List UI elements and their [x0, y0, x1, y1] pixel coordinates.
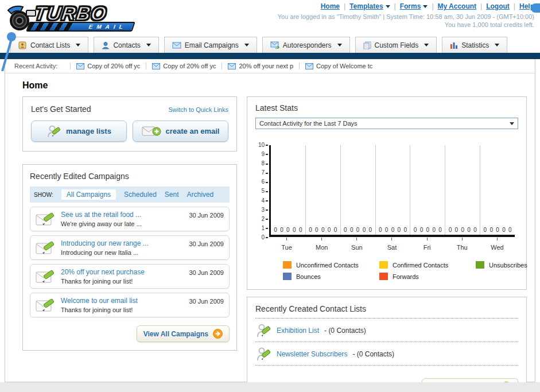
stats-dropdown[interactable]: Contact Activity for the Last 7 Days [255, 118, 518, 129]
tab-contacts[interactable]: Contacts [94, 37, 158, 53]
tab-custom-fields[interactable]: Custom Fields [355, 37, 437, 53]
recent-contact-lists-panel: Recently Created Contact Lists Exhibitio… [247, 297, 527, 392]
legend-item: Unsubscribes [476, 261, 527, 269]
nav-link-forms[interactable]: Forms [400, 2, 428, 10]
recent-activity-item[interactable]: Copy of 20% off yc [70, 63, 146, 69]
filter-all-campaigns[interactable]: All Campaigns [61, 189, 116, 200]
nav-link-home[interactable]: Home [321, 2, 340, 10]
envelope-pencil-icon [36, 240, 55, 255]
campaign-link[interactable]: Welcome to our email list [61, 297, 189, 305]
filter-sent[interactable]: Sent [165, 191, 179, 199]
tab-statistics[interactable]: Statistics [442, 37, 507, 53]
campaign-date: 30 Jun 2009 [189, 240, 224, 247]
legend-item: Bounces [283, 273, 379, 280]
tab-autoresponders[interactable]: Autoresponders [262, 37, 350, 53]
recent-activity-item[interactable]: Copy of Welcome tc [299, 63, 378, 69]
y-axis-label: 1 [255, 225, 269, 231]
campaign-row[interactable]: Introducing our new range ... Introducin… [30, 235, 230, 260]
bar-value-label: 0 [356, 227, 360, 233]
bar-value-label: 0 [473, 227, 477, 233]
envelope-icon [76, 63, 84, 69]
filter-archived[interactable]: Archived [187, 191, 214, 199]
campaign-date: 30 Jun 2009 [189, 269, 224, 276]
person-pencil-icon [257, 323, 271, 338]
x-axis-day-label: Sat [374, 238, 409, 252]
chart-day-group: 00000 [375, 145, 410, 235]
manage-lists-button[interactable]: manage lists [31, 121, 127, 142]
pin-decoration [0, 31, 23, 71]
chart-day-group: 00000 [480, 145, 515, 235]
create-email-button[interactable]: create an email [133, 121, 228, 142]
nav-separator: | [480, 2, 482, 10]
axis-tick [497, 238, 498, 240]
envelope-icon [228, 63, 236, 69]
y-axis-label: 7 [255, 169, 269, 176]
nav-link-logout[interactable]: Logout [486, 2, 510, 10]
nav-link-help[interactable]: Help [519, 2, 534, 10]
contact-list-link[interactable]: Exhibition List [277, 327, 319, 335]
legend-label: Forwards [393, 273, 419, 280]
bar-value-label: 0 [449, 227, 452, 233]
bar-value-label: 0 [438, 227, 442, 233]
campaign-row[interactable]: 20% off your next purchase Thanks for jo… [30, 264, 230, 289]
chart-day-group: 00000 [410, 145, 445, 235]
campaign-row[interactable]: See us at the retail food ... We're givi… [30, 207, 230, 231]
envelope-pencil-icon [36, 269, 55, 284]
recent-activity-item[interactable]: Copy of 20% off yc [146, 63, 222, 69]
bar-value-label: 0 [293, 227, 296, 233]
chevron-down-icon [495, 44, 499, 46]
nav-link-my-account[interactable]: My Account [438, 2, 477, 10]
y-axis-label: 0 [255, 234, 269, 240]
bar-value-label: 0 [321, 227, 325, 233]
chart-groups: 00000000000000000000000000000000000 [269, 145, 515, 237]
recent-activity-item[interactable]: 20% off your next p [222, 63, 299, 69]
person-pencil-icon [46, 125, 61, 138]
legend-item: Unconfirmed Contacts [283, 261, 379, 269]
pages-icon [363, 41, 371, 49]
top-nav: Home| Templates| Forms| My Account| Logo… [278, 2, 534, 28]
chevron-down-icon [424, 44, 429, 46]
turbo-email-logo[interactable]: TURBO EMAIL [5, 2, 137, 32]
campaign-row[interactable]: Welcome to our email list Thanks for joi… [30, 293, 230, 317]
contact-activity-chart: 109876543210 000000000000000000000000000… [255, 145, 518, 252]
x-axis-day-label: Sun [339, 238, 374, 252]
campaign-link[interactable]: Introducing our new range ... [61, 239, 189, 247]
x-axis-day-label: Fri [410, 238, 445, 252]
x-axis-day-label: Wed [480, 238, 515, 252]
chevron-down-icon [510, 122, 514, 125]
bar-value-label: 0 [286, 227, 290, 233]
y-axis-label: 10 [255, 142, 269, 148]
logo-subtitle: EMAIL [88, 24, 128, 30]
axis-tick [427, 238, 428, 240]
bar-value-label: 0 [280, 227, 283, 233]
legend-swatch [283, 261, 292, 269]
recent-activity-bar: Recent Activity: Copy of 20% off yc Copy… [5, 59, 535, 73]
contact-list-count: - (0 Contacts) [352, 350, 394, 358]
y-axis-label: 9 [255, 151, 269, 157]
y-axis-label: 8 [255, 160, 269, 166]
show-label: SHOW: [34, 192, 53, 198]
contact-list-row[interactable]: Newsletter Subscribers - (0 Contacts) [255, 342, 518, 365]
chevron-down-icon [244, 44, 249, 46]
tab-email-campaigns[interactable]: Email Campaigns [164, 37, 257, 53]
logo-title: TURBO [33, 2, 108, 24]
legend-label: Unconfirmed Contacts [296, 262, 359, 269]
campaign-link[interactable]: 20% off your next purchase [61, 268, 189, 276]
view-all-campaigns-button[interactable]: View All Campaigns [137, 325, 230, 342]
header: TURBO EMAIL Home| Templates| Forms| My A… [0, 0, 540, 36]
chevron-down-icon [76, 44, 80, 46]
bar-value-label: 0 [309, 227, 312, 233]
contact-list-row[interactable]: Exhibition List - (0 Contacts) [255, 319, 518, 341]
login-info: You are logged in as "Timothy Smith" | S… [278, 13, 534, 20]
nav-link-templates[interactable]: Templates [349, 2, 390, 10]
campaign-link[interactable]: See us at the retail food ... [61, 211, 189, 219]
filter-scheduled[interactable]: Scheduled [124, 191, 157, 199]
envelope-pencil-icon [36, 298, 55, 313]
bar-value-label: 0 [274, 227, 277, 233]
bar-value-label: 0 [379, 227, 382, 233]
envelope-icon [172, 42, 181, 49]
contact-list-link[interactable]: Newsletter Subscribers [277, 350, 347, 358]
bar-chart-icon [450, 41, 458, 49]
bar-value-label: 0 [328, 227, 331, 233]
switch-quick-links-link[interactable]: Switch to Quick Links [168, 106, 228, 113]
